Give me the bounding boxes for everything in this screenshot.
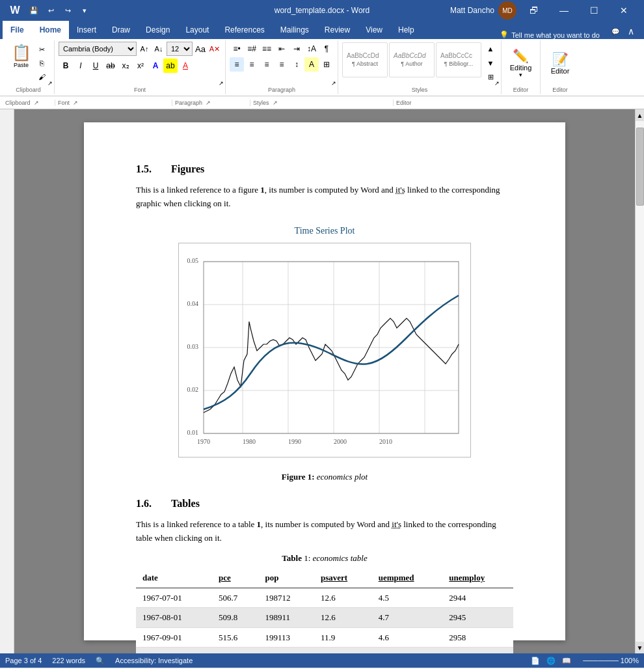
italic-button[interactable]: I bbox=[74, 59, 88, 73]
tab-design[interactable]: Design bbox=[138, 21, 178, 39]
text-effects[interactable]: A bbox=[148, 59, 163, 73]
paragraph-group-bottom-label: Paragraph ↗ bbox=[172, 100, 250, 106]
change-case[interactable]: Aa bbox=[194, 42, 207, 55]
line-spacing[interactable]: ↕ bbox=[289, 57, 304, 72]
styles-expand-btn[interactable]: ↗ bbox=[494, 80, 500, 87]
tab-review[interactable]: Review bbox=[317, 21, 358, 39]
tab-home[interactable]: Home bbox=[32, 21, 69, 39]
table-ref-number[interactable]: 1 bbox=[257, 519, 262, 529]
paste-button[interactable]: 📋 Paste bbox=[8, 42, 34, 70]
table-caption-text: economics table bbox=[313, 553, 368, 563]
numbering-button[interactable]: ≡# bbox=[245, 42, 259, 56]
tab-references[interactable]: References bbox=[217, 21, 272, 39]
document-area: 1.5. Figures This is a linked reference … bbox=[0, 109, 644, 653]
increase-font-size[interactable]: A↑ bbox=[138, 42, 151, 55]
svg-text:0.02: 0.02 bbox=[187, 386, 199, 393]
table-caption: Table 1: economics table bbox=[136, 552, 513, 565]
accessibility-text[interactable]: Accessibility: Investigate bbox=[115, 657, 193, 664]
scroll-up-button[interactable]: ▲ bbox=[636, 109, 645, 121]
figure-ref-number[interactable]: 1 bbox=[260, 185, 265, 195]
clear-formatting[interactable]: A✕ bbox=[208, 42, 221, 55]
share-button[interactable]: 💬 bbox=[608, 23, 623, 39]
table-label: Table bbox=[282, 553, 302, 563]
minimize-button[interactable]: — bbox=[549, 0, 579, 21]
paragraph-expand[interactable]: ↗ bbox=[331, 80, 336, 87]
align-left[interactable]: ≡ bbox=[230, 57, 244, 72]
cell-pop-0: 198712 bbox=[258, 588, 314, 608]
tab-view[interactable]: View bbox=[358, 21, 390, 39]
bold-button[interactable]: B bbox=[59, 59, 73, 73]
copy-button[interactable]: ⎘ bbox=[36, 57, 49, 70]
align-right[interactable]: ≡ bbox=[260, 57, 274, 72]
format-painter-button[interactable]: 🖌 bbox=[36, 70, 49, 83]
superscript-button[interactable]: x² bbox=[133, 59, 148, 73]
tab-insert[interactable]: Insert bbox=[69, 21, 104, 39]
cell-unemploy-2: 2958 bbox=[442, 627, 513, 648]
maximize-button[interactable]: ☐ bbox=[579, 0, 609, 21]
document-scroll-area[interactable]: 1.5. Figures This is a linked reference … bbox=[14, 109, 635, 653]
multilevel-list[interactable]: ≡≡ bbox=[260, 42, 274, 56]
undo-button[interactable]: ↩ bbox=[43, 3, 59, 18]
style-abstract-label: ¶ Abstract bbox=[347, 61, 383, 67]
font-expand[interactable]: ↗ bbox=[219, 80, 224, 87]
ribbon-tabs: File Home Insert Draw Design Layout Refe… bbox=[0, 21, 644, 39]
font-family-select[interactable]: Cambria (Body) bbox=[59, 42, 137, 56]
svg-text:0.01: 0.01 bbox=[187, 429, 199, 436]
close-button[interactable]: ✕ bbox=[609, 0, 639, 21]
tab-mailings[interactable]: Mailings bbox=[273, 21, 317, 39]
tab-help[interactable]: Help bbox=[390, 21, 422, 39]
increase-indent[interactable]: ⇥ bbox=[289, 42, 304, 56]
cell-uempmed-0: 4.5 bbox=[372, 588, 443, 608]
table-number: 1: bbox=[304, 553, 312, 563]
save-button[interactable]: 💾 bbox=[26, 3, 42, 18]
decrease-indent[interactable]: ⇤ bbox=[275, 42, 289, 56]
font-size-select[interactable]: 12 bbox=[167, 42, 193, 56]
heading-1-6-number: 1.6. bbox=[136, 496, 152, 512]
styles-scroll-up[interactable]: ▲ bbox=[484, 42, 497, 55]
subscript-button[interactable]: x₂ bbox=[118, 59, 133, 73]
borders[interactable]: ⊞ bbox=[319, 57, 334, 72]
clipboard-expand[interactable]: ↗ bbox=[47, 80, 53, 87]
web-view-icon[interactable]: 🌐 bbox=[546, 657, 556, 665]
decrease-font-size[interactable]: A↓ bbox=[152, 42, 165, 55]
style-abstract[interactable]: AaBbCcDd ¶ Abstract bbox=[342, 42, 388, 77]
read-view-icon[interactable]: 📖 bbox=[562, 657, 571, 665]
zoom-level: ─────── 100% bbox=[583, 657, 639, 664]
text-highlight[interactable]: ab bbox=[163, 59, 178, 73]
cell-uempmed-3: 4.9 bbox=[372, 648, 443, 653]
underline-button[interactable]: U bbox=[88, 59, 103, 73]
restore-ribbon-button[interactable]: 🗗 bbox=[519, 0, 549, 21]
show-marks[interactable]: ¶ bbox=[319, 42, 334, 56]
bullets-button[interactable]: ≡• bbox=[230, 42, 244, 56]
strikethrough-button[interactable]: ab bbox=[103, 59, 118, 73]
scroll-down-button[interactable]: ▼ bbox=[636, 642, 645, 653]
customize-quick-access[interactable]: ▾ bbox=[77, 3, 92, 18]
collapse-ribbon-button[interactable]: ∧ bbox=[623, 23, 639, 39]
tab-draw[interactable]: Draw bbox=[104, 21, 138, 39]
tab-file[interactable]: File bbox=[3, 21, 32, 39]
scroll-track[interactable] bbox=[636, 121, 644, 642]
style-bibliography[interactable]: AaBbCcCc ¶ Bibliogr... bbox=[436, 42, 481, 77]
ribbon-labels-bar: Clipboard ↗ Font ↗ Paragraph ↗ Styles ↗ … bbox=[0, 96, 644, 109]
styles-scroll-down[interactable]: ▼ bbox=[484, 57, 497, 70]
redo-button[interactable]: ↪ bbox=[60, 3, 75, 18]
cell-psavert-0: 12.6 bbox=[314, 588, 372, 608]
scroll-thumb[interactable] bbox=[636, 128, 644, 206]
tab-layout[interactable]: Layout bbox=[178, 21, 217, 39]
font-color[interactable]: A bbox=[178, 59, 193, 73]
vertical-scrollbar[interactable]: ▲ ▼ bbox=[635, 109, 644, 653]
editing-mode-button[interactable]: ✏️ Editing ▾ bbox=[510, 48, 532, 78]
cut-button[interactable]: ✂ bbox=[36, 43, 49, 56]
table-body: 1967-07-01 506.7 198712 12.6 4.5 2944 19… bbox=[136, 588, 513, 653]
style-author[interactable]: AaBbCcDd ¶ Author bbox=[389, 42, 435, 77]
cell-pce-0: 506.7 bbox=[212, 588, 258, 608]
shading[interactable]: A bbox=[304, 57, 319, 72]
editor-button[interactable]: 📝 Editor bbox=[551, 51, 570, 75]
tell-me-icon: 💡 bbox=[500, 31, 509, 39]
justify[interactable]: ≡ bbox=[275, 57, 289, 72]
layout-view-icon[interactable]: 📄 bbox=[531, 657, 540, 665]
sort-button[interactable]: ↕A bbox=[304, 42, 319, 56]
svg-text:1980: 1980 bbox=[243, 438, 256, 445]
tell-me-input[interactable]: Tell me what you want to do bbox=[511, 31, 600, 39]
align-center[interactable]: ≡ bbox=[245, 57, 259, 72]
